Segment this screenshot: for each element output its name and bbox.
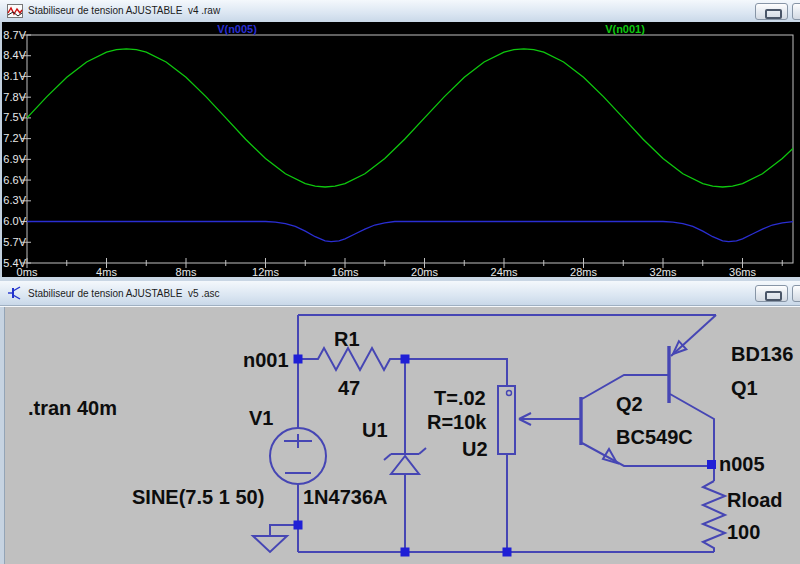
y-axis-label: 7.2V	[3, 132, 26, 144]
u1-name-label[interactable]: U1	[362, 420, 388, 440]
q1-name-label[interactable]: Q1	[731, 378, 758, 398]
waveform-titlebar[interactable]: Stabiliseur de tension AJUSTABLE v4 .raw	[0, 0, 800, 23]
schematic-titlebar[interactable]: Stabiliseur de tension AJUSTABLE v5 .asc	[0, 281, 800, 306]
window-border	[0, 307, 5, 564]
x-axis-label: 16ms	[332, 266, 359, 277]
node-square	[294, 355, 303, 364]
legend-V(n001)[interactable]: V(n001)	[605, 23, 645, 35]
resistor-r1[interactable]	[313, 348, 405, 370]
y-axis-label: 6.3V	[3, 194, 26, 206]
legend-V(n005)[interactable]: V(n005)	[217, 23, 257, 35]
x-axis-label: 24ms	[491, 266, 518, 277]
node-square	[707, 460, 716, 469]
minimize-icon	[765, 291, 782, 301]
r1-value-label[interactable]: 47	[338, 378, 360, 398]
v1-value-label[interactable]: SINE(7.5 1 50)	[132, 487, 264, 507]
node-square	[503, 548, 512, 557]
ltspice-workspace: Stabiliseur de tension AJUSTABLE v4 .raw…	[0, 0, 800, 564]
y-axis-label: 7.8V	[3, 91, 26, 103]
x-axis-label: 28ms	[570, 266, 597, 277]
x-axis-label: 32ms	[650, 266, 677, 277]
x-axis-label: 36ms	[729, 266, 756, 277]
minimize-button[interactable]	[755, 285, 788, 302]
waveform-window-title: Stabiliseur de tension AJUSTABLE v4 .raw	[28, 5, 220, 16]
window-border	[0, 22, 2, 277]
y-axis-label: 7.5V	[3, 111, 26, 123]
waveform-chart: 8.7V8.4V8.1V7.8V7.5V7.2V6.9V6.6V6.3V6.0V…	[0, 22, 800, 277]
q2-value-label[interactable]: BC549C	[616, 427, 693, 447]
rload-value-label[interactable]: 100	[727, 522, 760, 542]
y-axis-label: 8.1V	[3, 70, 26, 82]
voltage-source-v1[interactable]	[270, 428, 326, 484]
v1-name-label[interactable]: V1	[249, 408, 273, 428]
q1-value-label[interactable]: BD136	[731, 344, 793, 364]
x-axis-label: 12ms	[252, 266, 279, 277]
net-label-n005[interactable]: n005	[719, 454, 765, 474]
node-square	[401, 355, 410, 364]
rload-name-label[interactable]: Rload	[727, 490, 783, 510]
u2-r-label[interactable]: R=10k	[427, 412, 487, 432]
u1-value-label[interactable]: 1N4736A	[303, 487, 388, 507]
x-axis-label: 20ms	[411, 266, 438, 277]
y-axis-label: 6.0V	[3, 215, 26, 227]
minimize-button[interactable]	[755, 3, 788, 20]
y-axis-label: 8.4V	[3, 49, 26, 61]
trace-V(n005)	[27, 222, 794, 242]
x-axis-label: 4ms	[96, 266, 117, 277]
y-axis-label: 6.9V	[3, 153, 26, 165]
r1-name-label[interactable]: R1	[334, 329, 360, 349]
waveform-plot-area[interactable]: 8.7V8.4V8.1V7.8V7.5V7.2V6.9V6.6V6.3V6.0V…	[0, 22, 800, 277]
u2-t-label[interactable]: T=.02	[434, 388, 486, 408]
node-square	[294, 521, 303, 530]
net-label-n001[interactable]: n001	[243, 350, 289, 370]
trace-V(n001)	[27, 49, 794, 187]
resistor-rload[interactable]	[703, 481, 725, 552]
schematic-window: Stabiliseur de tension AJUSTABLE v5 .asc	[0, 281, 800, 564]
schematic-file-icon	[7, 286, 23, 300]
maximize-button[interactable]	[792, 285, 800, 302]
plus-sign-icon	[284, 434, 312, 448]
waveform-window: Stabiliseur de tension AJUSTABLE v4 .raw…	[0, 0, 800, 281]
minimize-icon	[765, 9, 782, 19]
maximize-button[interactable]	[792, 3, 800, 20]
q2-name-label[interactable]: Q2	[616, 394, 643, 414]
ground-symbol[interactable]	[253, 525, 298, 552]
y-axis-label: 5.7V	[3, 236, 26, 248]
schematic-canvas[interactable]: .tran 40m n001 R1 47 V1 SINE(7.5 1 50) U…	[0, 306, 800, 564]
transistor-q2[interactable]	[581, 375, 708, 466]
x-axis-label: 0ms	[17, 266, 38, 277]
node-square	[401, 548, 410, 557]
plot-border	[27, 35, 793, 263]
y-axis-label: 6.6V	[3, 174, 26, 186]
schematic-window-title: Stabiliseur de tension AJUSTABLE v5 .asc	[28, 288, 220, 299]
x-axis-label: 8ms	[176, 266, 197, 277]
y-axis-label: 8.7V	[3, 29, 26, 41]
waveform-file-icon	[7, 4, 23, 18]
u2-name-label[interactable]: U2	[462, 439, 488, 459]
spice-directive[interactable]: .tran 40m	[28, 398, 117, 418]
